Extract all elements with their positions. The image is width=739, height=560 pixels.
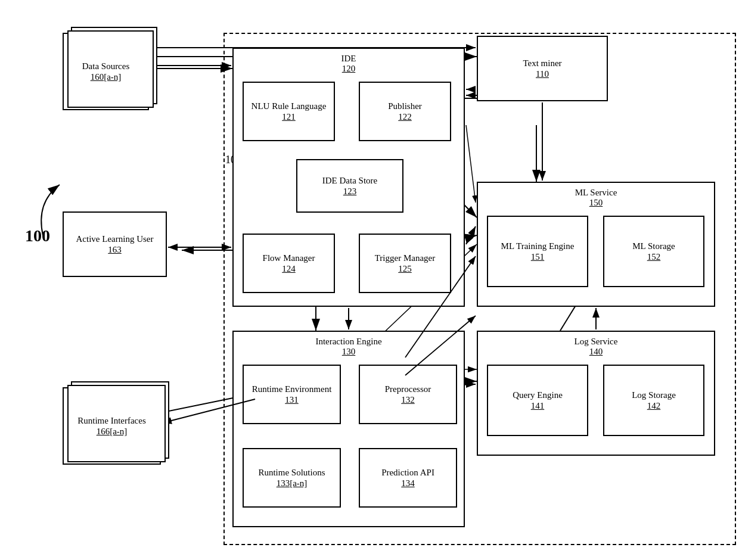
nlu-rule-box: NLU Rule Language 121 xyxy=(243,82,335,141)
query-engine-box: Query Engine 141 xyxy=(487,365,588,436)
preprocessor-box: Preprocessor 132 xyxy=(359,365,457,424)
publisher-box: Publisher 122 xyxy=(359,82,451,141)
ide-container: IDE 120 NLU Rule Language 121 Publisher … xyxy=(232,48,465,307)
diagram: 100 xyxy=(0,0,739,560)
ml-storage-box: ML Storage 152 xyxy=(603,216,704,287)
runtime-solutions-box: Runtime Solutions 133[a-n] xyxy=(243,448,341,508)
flow-manager-box: Flow Manager 124 xyxy=(243,234,335,293)
ml-service-title: ML Service 150 xyxy=(478,188,714,208)
system-label: 100 xyxy=(25,226,50,245)
ml-service-container: ML Service 150 ML Training Engine 151 ML… xyxy=(477,182,715,307)
text-miner-box: Text miner 110 xyxy=(477,36,608,101)
ml-training-engine-box: ML Training Engine 151 xyxy=(487,216,588,287)
log-service-title: Log Service 140 xyxy=(478,337,714,357)
ide-data-store-box: IDE Data Store 123 xyxy=(296,159,403,213)
log-service-container: Log Service 140 Query Engine 141 Log Sto… xyxy=(477,331,715,456)
interaction-engine-container: Interaction Engine 130 Runtime Environme… xyxy=(232,331,465,527)
log-storage-box: Log Storage 142 xyxy=(603,365,704,436)
runtime-interfaces-box: Runtime Interfaces 166[a-n] xyxy=(63,387,161,465)
trigger-manager-box: Trigger Manager 125 xyxy=(359,234,451,293)
interaction-engine-title: Interaction Engine 130 xyxy=(234,337,464,357)
ide-title: IDE 120 xyxy=(234,54,464,74)
runtime-environment-box: Runtime Environment 131 xyxy=(243,365,341,424)
data-sources-box: Data Sources 160[a-n] xyxy=(63,33,149,110)
prediction-api-box: Prediction API 134 xyxy=(359,448,457,508)
active-learning-user-box: Active Learning User 163 xyxy=(63,211,167,277)
